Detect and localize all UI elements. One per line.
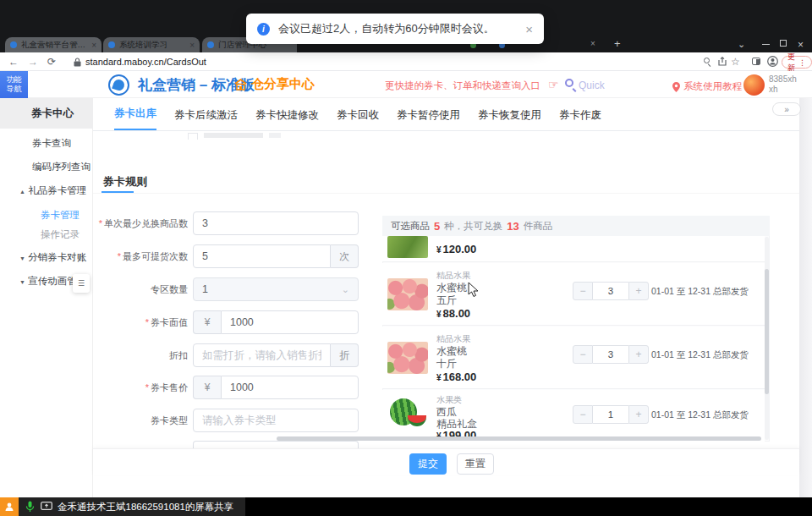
max-pickup-input[interactable] [193, 244, 331, 268]
vertical-scrollbar-thumb[interactable] [765, 269, 769, 394]
screen-share-label: 金禾通技术王斌18662591081的屏幕共享 [0, 497, 245, 516]
person-icon [0, 497, 19, 516]
meeting-toast: i 会议已超过2人，自动转为60分钟限时会议。 × [246, 14, 544, 44]
zoom-icon[interactable] [704, 58, 710, 63]
chevrons-right-icon: » [784, 105, 789, 114]
product-row: 精品水果 水蜜桃 五斤 ¥88.00 − + 01-01 至 12-31 总部发… [382, 263, 765, 326]
clipped-form-row [188, 133, 281, 140]
sidebar-title: 券卡中心 [0, 98, 93, 129]
close-icon[interactable]: × [189, 41, 195, 50]
url-bar[interactable]: standard.maboy.cn/CardsOut [85, 57, 206, 67]
refresh-icon[interactable]: ⟳ [47, 56, 56, 68]
quick-search-icon[interactable] [565, 79, 573, 87]
minus-button[interactable]: − [573, 405, 593, 424]
user-avatar[interactable] [743, 74, 765, 96]
product-image [387, 342, 428, 374]
card-type-input[interactable] [193, 409, 359, 432]
forward-icon[interactable]: → [28, 56, 38, 68]
product-category: 精品水果 [436, 332, 476, 345]
close-icon[interactable]: × [525, 22, 533, 36]
quantity-input[interactable] [593, 345, 628, 364]
close-icon[interactable]: × [590, 39, 595, 48]
share-text: 金禾通技术王斌18662591081的屏幕共享 [58, 501, 233, 513]
reset-button[interactable]: 重置 [457, 453, 494, 475]
product-price: ¥120.00 [436, 243, 476, 255]
form-row-sale-price: *券卡售价 ¥ [91, 376, 359, 399]
tab-label: 礼盒营销平台管理中心 [21, 40, 88, 51]
maximize-icon[interactable] [780, 40, 787, 47]
toast-message: 会议已超过2人，自动转为60分钟限时会议。 [278, 21, 495, 36]
validity-range: 01-01 至 12-31 [651, 286, 710, 298]
browser-update-button[interactable]: 更新 ⋮ [782, 56, 812, 69]
sidebar-item-operation-records[interactable]: 操作记录 [41, 228, 80, 241]
new-tab-icon[interactable]: + [614, 37, 621, 50]
horizontal-scrollbar-thumb[interactable] [277, 436, 761, 441]
side-panel-icon [756, 59, 760, 64]
sidebar [0, 98, 93, 497]
tab-followup-activation[interactable]: 券卡后续激活 [174, 108, 238, 130]
back-icon[interactable]: ← [8, 56, 19, 68]
function-nav-button[interactable]: 功能 导航 [0, 71, 28, 98]
plus-button[interactable]: + [628, 405, 649, 424]
tab-card-outbound[interactable]: 券卡出库 [114, 107, 156, 130]
card-tab-bar: 券卡出库 券卡后续激活 券卡快捷修改 券卡回收 券卡暂停使用 券卡恢复使用 券卡… [93, 98, 799, 131]
tab-resume-use[interactable]: 券卡恢复使用 [478, 108, 541, 130]
form-row-zone-count: 专区数量 1 ⌄ [91, 277, 359, 301]
product-image [387, 236, 428, 258]
tutorial-link[interactable]: 系统使用教程 [672, 80, 742, 93]
product-row: 精品水果 水蜜桃 十斤 ¥168.00 − + 01-01 至 12-31 总部… [382, 327, 765, 389]
quantity-input[interactable] [593, 282, 628, 300]
form-row-card-type: 券卡类型 [91, 409, 359, 432]
page-scrollbar[interactable] [799, 98, 812, 497]
face-value-input[interactable] [221, 310, 359, 334]
discount-input[interactable] [193, 343, 331, 367]
sidebar-item-card-query[interactable]: 券卡查询 [32, 137, 71, 150]
share-icon[interactable] [718, 57, 727, 66]
share-center-link[interactable]: 仓分享中心 [234, 76, 315, 92]
minus-button[interactable]: − [573, 282, 593, 300]
submit-button[interactable]: 提交 [409, 453, 447, 475]
triangle-up-icon: ▲ [19, 189, 25, 195]
browser-tab[interactable]: 系统培训学习 × [103, 37, 200, 52]
quantity-input[interactable] [593, 405, 628, 424]
validity-range: 01-01 至 12-31 [651, 349, 710, 361]
currency-prefix: ¥ [193, 310, 221, 334]
tab-suspend-use[interactable]: 券卡暂停使用 [397, 108, 460, 130]
sidebar-item-distribution-reconciliation[interactable]: ▼ 分销券卡对账 [19, 251, 86, 264]
screen-share-icon [41, 502, 52, 512]
tab-card-void[interactable]: 券卡作废 [559, 108, 601, 130]
product-spec: 精品礼盒 [436, 418, 477, 430]
profile-icon[interactable] [767, 56, 778, 67]
quick-link[interactable]: Quick [579, 80, 605, 91]
tab-favicon-icon [10, 41, 17, 48]
minimize-icon[interactable] [762, 44, 770, 45]
zone-count-select[interactable]: 1 ⌄ [193, 277, 359, 301]
product-spec: 十斤 [436, 358, 476, 371]
plus-button[interactable]: + [628, 282, 649, 300]
product-row: 水果类 西瓜 精品礼盒 ¥199.00 − + 01-01 至 12-31 总部… [382, 390, 765, 442]
star-icon[interactable]: ☆ [731, 56, 740, 68]
minus-button[interactable]: − [573, 345, 593, 364]
browser-tab[interactable]: 礼盒营销平台管理中心 × [5, 37, 102, 52]
sidebar-item-code-sequence-query[interactable]: 编码序列查询 [32, 161, 91, 173]
sidebar-item-gift-card-management[interactable]: ▲ 礼品券卡管理 [19, 184, 86, 197]
chevron-down-icon[interactable]: ⌄ [738, 39, 745, 50]
product-category: 水果类 [436, 394, 477, 406]
product-name: 水蜜桃 [436, 345, 476, 358]
sidebar-collapse-handle[interactable]: ☰ [73, 274, 90, 293]
expand-button[interactable]: » [772, 102, 801, 116]
min-exchange-input[interactable] [193, 211, 359, 235]
product-image [387, 397, 428, 429]
close-icon[interactable]: × [91, 41, 96, 50]
sidebar-item-card-management[interactable]: 券卡管理 [41, 209, 80, 222]
tab-quick-modify[interactable]: 券卡快捷修改 [255, 108, 319, 130]
product-category: 精品水果 [436, 269, 470, 282]
product-name: 西瓜 [436, 406, 477, 418]
plus-button[interactable]: + [628, 345, 649, 364]
tab-card-recycle[interactable]: 券卡回收 [337, 108, 379, 130]
sale-price-input[interactable] [221, 376, 359, 399]
lock-icon [74, 58, 81, 67]
unit-suffix: 折 [331, 343, 359, 367]
close-icon[interactable]: × [798, 39, 804, 51]
product-summary: 可选商品 5 种，共可兑换 13 件商品 [382, 216, 770, 236]
